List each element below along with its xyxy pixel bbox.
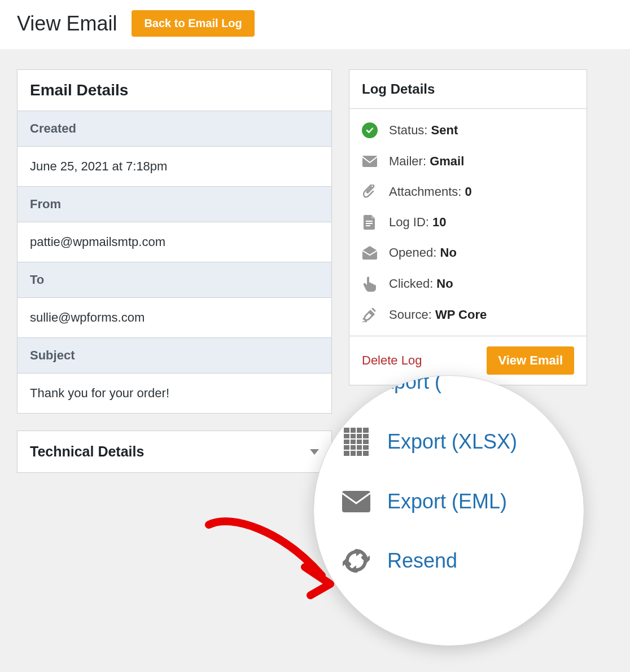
back-to-email-log-button[interactable]: Back to Email Log bbox=[132, 10, 254, 37]
delete-log-link[interactable]: Delete Log bbox=[362, 353, 422, 368]
attachments-label: Attachments: bbox=[389, 185, 465, 199]
clicked-label: Clicked: bbox=[389, 276, 436, 291]
log-opened-row: Opened: No bbox=[349, 238, 587, 268]
subject-label: Subject bbox=[18, 338, 331, 374]
log-status-row: Status: Sent bbox=[349, 115, 587, 146]
page-title: View Email bbox=[17, 12, 117, 36]
from-label: From bbox=[18, 187, 331, 222]
from-value: pattie@wpmailsmtp.com bbox=[18, 222, 331, 262]
log-details-card: Log Details Status: Sent Mailer: Gmail A… bbox=[349, 69, 587, 385]
svg-rect-12 bbox=[342, 491, 370, 512]
logid-value: 10 bbox=[432, 215, 446, 229]
svg-rect-2 bbox=[366, 223, 373, 224]
check-circle-icon bbox=[362, 122, 378, 138]
log-source-row: Source: WP Core bbox=[349, 300, 587, 330]
source-label: Source: bbox=[389, 308, 435, 322]
clicked-value: No bbox=[436, 276, 453, 291]
plug-icon bbox=[362, 308, 378, 322]
email-details-card: Email Details Created June 25, 2021 at 7… bbox=[17, 69, 332, 414]
mailer-label: Mailer: bbox=[389, 154, 430, 168]
pointer-icon bbox=[362, 276, 378, 292]
export-xlsx-link[interactable]: Export (XLSX) bbox=[331, 411, 572, 473]
refresh-icon bbox=[342, 547, 370, 574]
technical-details-toggle[interactable]: Technical Details bbox=[18, 431, 331, 472]
created-value: June 25, 2021 at 7:18pm bbox=[18, 147, 331, 187]
spreadsheet-icon bbox=[342, 428, 370, 456]
logid-label: Log ID: bbox=[389, 215, 432, 229]
log-id-row: Log ID: 10 bbox=[349, 207, 587, 238]
zoom-lens-callout: Export ( Export (XLSX) Export (EML) Rese… bbox=[313, 375, 584, 646]
technical-details-card: Technical Details bbox=[17, 431, 332, 473]
envelope-icon bbox=[362, 156, 378, 167]
to-value: sullie@wpforms.com bbox=[18, 298, 331, 338]
log-mailer-row: Mailer: Gmail bbox=[349, 146, 587, 177]
view-email-button[interactable]: View Email bbox=[487, 346, 574, 375]
resend-link[interactable]: Resend bbox=[331, 530, 572, 591]
log-clicked-row: Clicked: No bbox=[349, 268, 587, 300]
export-eml-link[interactable]: Export (EML) bbox=[331, 473, 572, 530]
attachments-value: 0 bbox=[465, 185, 472, 199]
status-label: Status: bbox=[389, 123, 431, 137]
to-label: To bbox=[18, 262, 331, 298]
mailer-value: Gmail bbox=[430, 154, 464, 168]
opened-label: Opened: bbox=[389, 245, 440, 260]
log-details-title: Log Details bbox=[349, 70, 587, 109]
source-value: WP Core bbox=[435, 308, 487, 322]
page-header: View Email Back to Email Log bbox=[0, 0, 630, 49]
chevron-down-icon bbox=[310, 449, 319, 455]
envelope-icon bbox=[342, 491, 370, 512]
created-label: Created bbox=[18, 111, 331, 147]
svg-rect-1 bbox=[366, 221, 373, 222]
svg-rect-3 bbox=[366, 225, 370, 226]
status-value: Sent bbox=[431, 123, 458, 137]
technical-details-title: Technical Details bbox=[30, 443, 144, 460]
envelope-open-icon bbox=[362, 246, 378, 260]
subject-value: Thank you for your order! bbox=[18, 374, 331, 413]
log-attachments-row: Attachments: 0 bbox=[349, 177, 587, 207]
svg-rect-0 bbox=[362, 156, 377, 167]
paperclip-icon bbox=[362, 185, 378, 199]
email-details-title: Email Details bbox=[18, 70, 331, 111]
opened-value: No bbox=[440, 245, 457, 260]
file-icon bbox=[362, 215, 378, 230]
